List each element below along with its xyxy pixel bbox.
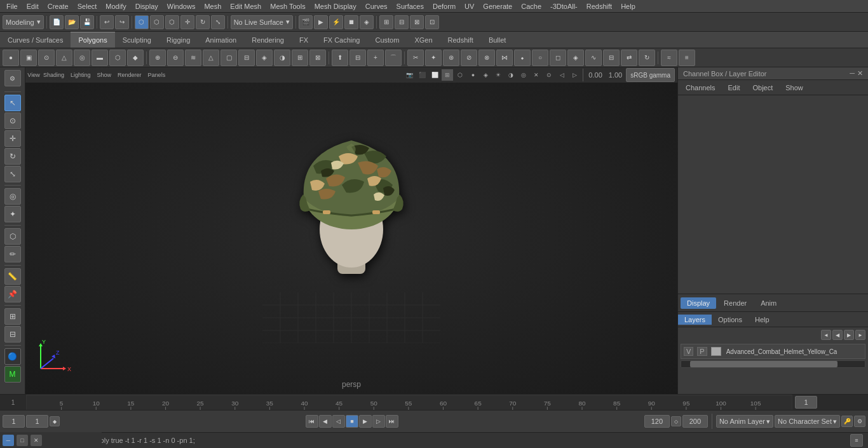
gamma-dropdown[interactable]: sRGB gamma (626, 68, 675, 82)
key-marker-button[interactable]: ◆ (50, 416, 60, 426)
render-settings-button[interactable]: 🎬 (299, 15, 313, 29)
tab-animation[interactable]: Animation (198, 32, 244, 48)
lighting-btn[interactable]: ☀ (492, 69, 504, 81)
smooth-button[interactable]: ≋ (185, 50, 201, 66)
material-editor-button[interactable]: 🔵 (4, 348, 21, 365)
script-editor-button[interactable]: ≡ (850, 434, 863, 447)
step-forward-button[interactable]: ▷ (372, 415, 385, 428)
workspace-dropdown[interactable]: Modeling ▾ (3, 15, 44, 29)
layer-v-flag[interactable]: V (684, 347, 693, 356)
menu-surfaces[interactable]: Surfaces (393, 1, 428, 11)
split-poly-button[interactable]: ✂ (407, 50, 424, 66)
close-panel-icon[interactable]: ✕ (857, 69, 863, 78)
layer-scrollbar[interactable] (681, 360, 865, 368)
layer-p-flag[interactable]: P (697, 347, 707, 356)
triangulate-button[interactable]: △ (203, 50, 219, 66)
shadow-button[interactable]: ◑ (505, 69, 517, 81)
layout2-button[interactable]: ⊟ (395, 15, 409, 29)
anim-layer-dropdown[interactable]: No Anim Layer ▾ (716, 415, 773, 428)
undo-button[interactable]: ↩ (100, 15, 114, 29)
edit-tab[interactable]: Edit (722, 83, 745, 93)
transform-constraints-button[interactable]: ⊞ (4, 308, 21, 325)
viewport[interactable]: View Shading Lighting Show Renderer Pane… (25, 67, 677, 394)
disk-button[interactable]: ⬡ (109, 50, 126, 66)
layout3-button[interactable]: ⊠ (410, 15, 424, 29)
menu-help[interactable]: Help (617, 1, 639, 11)
viewport-menu-shading[interactable]: Shading (41, 69, 67, 81)
auto-key-button[interactable]: 🔑 (841, 416, 853, 427)
tab-rigging[interactable]: Rigging (159, 32, 198, 48)
bevel-button[interactable]: ◈ (567, 50, 584, 66)
extract-button[interactable]: ⊠ (309, 50, 326, 66)
viewport-menu-lighting[interactable]: Lighting (68, 69, 93, 81)
go-to-end-button[interactable]: ⏭ (386, 415, 398, 428)
viewport-menu-show[interactable]: Show (95, 69, 114, 81)
merge-button[interactable]: ⊗ (478, 50, 495, 66)
anim-tab[interactable]: Anim (754, 297, 783, 309)
settings-button[interactable]: ⚙ (4, 70, 21, 86)
menu-edit-mesh[interactable]: Edit Mesh (226, 1, 265, 11)
layout4-button[interactable]: ⊡ (425, 15, 439, 29)
textured-button[interactable]: ◈ (480, 69, 491, 81)
xray-button[interactable]: ✕ (531, 69, 542, 81)
frame-start-input[interactable] (3, 415, 25, 428)
lasso-button[interactable]: ⬡ (4, 228, 21, 245)
camera-button[interactable]: 📷 (403, 69, 415, 81)
weld-button[interactable]: ⬥ (514, 50, 531, 66)
range-marker-button[interactable]: ◇ (671, 416, 681, 426)
lasso-select-button[interactable]: ⬡ (150, 15, 164, 29)
object-tab[interactable]: Object (747, 83, 778, 93)
tab-curves-surfaces[interactable]: Curves / Surfaces (0, 32, 71, 48)
menu-curves[interactable]: Curves (362, 1, 391, 11)
soften-button[interactable]: ≈ (661, 50, 677, 66)
current-frame-input[interactable] (795, 396, 817, 409)
tab-fx[interactable]: FX (292, 32, 316, 48)
sphere-button[interactable]: ● (3, 50, 19, 66)
grid-button[interactable]: ⊞ (442, 69, 453, 81)
crease-button[interactable]: ∿ (585, 50, 602, 66)
select-tool-button[interactable]: ↖ (4, 95, 21, 111)
menu-uv[interactable]: UV (461, 1, 478, 11)
menu-windows[interactable]: Windows (163, 1, 200, 11)
help-tab[interactable]: Help (749, 315, 776, 325)
backface-button[interactable]: ▷ (569, 69, 580, 81)
command-line[interactable]: makeIdentity -apply true -t 1 -r 1 -s 1 … (43, 437, 845, 444)
layer-color-swatch[interactable] (711, 347, 721, 356)
open-file-button[interactable]: 📂 (65, 15, 79, 29)
torus-button[interactable]: ◎ (74, 50, 90, 66)
display-tab[interactable]: Display (681, 297, 716, 309)
minimize-icon[interactable]: ─ (850, 69, 855, 78)
tab-custom[interactable]: Custom (368, 32, 407, 48)
rotate-tool-button[interactable]: ↻ (196, 15, 210, 29)
move-tool-button[interactable]: ✛ (4, 130, 21, 147)
paint-button[interactable]: ✏ (4, 246, 21, 262)
select-tool-button[interactable]: ⬡ (135, 15, 149, 29)
menu-mesh-tools[interactable]: Mesh Tools (266, 1, 309, 11)
menu-deform[interactable]: Deform (429, 1, 459, 11)
layer-next-button[interactable]: ▶ (844, 330, 854, 340)
wedge-button[interactable]: ◑ (274, 50, 290, 66)
minimize-button[interactable]: ─ (3, 435, 14, 446)
project-curve-button[interactable]: ⌒ (385, 50, 402, 66)
render-tab[interactable]: Render (717, 297, 753, 309)
measure-button[interactable]: 📏 (4, 268, 21, 285)
menu-select[interactable]: Select (74, 1, 101, 11)
menu-modify[interactable]: Modify (102, 1, 130, 11)
menu-display[interactable]: Display (132, 1, 162, 11)
timeline-numbers[interactable]: 5 10 15 20 25 30 35 40 45 50 5 (27, 395, 792, 410)
soft-select-button[interactable]: ◎ (4, 188, 21, 205)
peg-button[interactable]: ◻ (550, 50, 566, 66)
range-end-input[interactable] (644, 415, 670, 428)
show-manip-button[interactable]: ✦ (4, 206, 21, 222)
plane-button[interactable]: ▬ (92, 50, 108, 66)
cube-button[interactable]: ▣ (20, 50, 37, 66)
step-back-button[interactable]: ◀ (319, 415, 332, 428)
tab-polygons[interactable]: Polygons (71, 32, 114, 48)
menu-mesh[interactable]: Mesh (200, 1, 225, 11)
paint-select-button[interactable]: ⬡ (165, 15, 179, 29)
viewport-menu-view[interactable]: View (28, 69, 39, 81)
ao-button[interactable]: ◎ (518, 69, 529, 81)
platonic-button[interactable]: ◆ (127, 50, 144, 66)
menu-create[interactable]: Create (44, 1, 72, 11)
quad-button[interactable]: ▢ (220, 50, 237, 66)
